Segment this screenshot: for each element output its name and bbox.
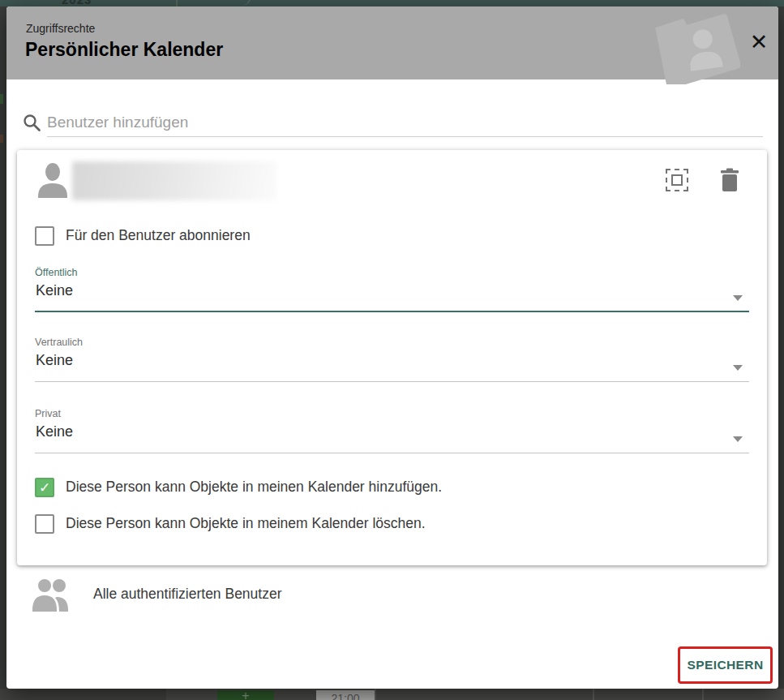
dropdown-private-value: Keine bbox=[36, 423, 73, 440]
delete-icon[interactable] bbox=[719, 167, 740, 193]
background-topbar-divider bbox=[176, 0, 178, 6]
background-time-label: 21:00 bbox=[316, 690, 375, 700]
can-add-checkbox[interactable]: ✓ bbox=[35, 478, 54, 497]
background-add-event-button: + bbox=[217, 690, 274, 700]
background-strip-segment bbox=[0, 689, 166, 700]
dropdown-public-value: Keine bbox=[36, 282, 73, 299]
background-column-divider bbox=[702, 689, 704, 700]
folder-user-watermark-icon bbox=[647, 10, 740, 84]
dropdown-underline bbox=[35, 453, 749, 453]
dropdown-private[interactable]: Privat Keine bbox=[35, 408, 749, 453]
screen: { "background": { "top_bar": { "year_tex… bbox=[0, 0, 784, 700]
subscribe-checkbox[interactable]: ✓ bbox=[35, 226, 54, 246]
background-artifact bbox=[0, 135, 3, 143]
subscribe-checkbox-label: Für den Benutzer abonnieren bbox=[66, 227, 251, 244]
all-users-label: Alle authentifizierten Benutzer bbox=[93, 586, 282, 603]
backdrop-left-edge bbox=[0, 6, 6, 689]
dropdown-private-label: Privat bbox=[35, 408, 61, 419]
dropdown-public-label: Öffentlich bbox=[35, 267, 78, 278]
dialog-eyebrow: Zugriffsrechte bbox=[26, 22, 95, 35]
chevron-down-icon bbox=[733, 295, 743, 301]
can-delete-checkbox[interactable]: ✓ bbox=[35, 514, 54, 534]
can-add-checkbox-label: Diese Person kann Objekte in meinen Kale… bbox=[66, 479, 442, 496]
search-icon bbox=[22, 113, 41, 132]
background-app-topbar: 2023 bbox=[0, 0, 784, 6]
dropdown-confidential-value: Keine bbox=[36, 352, 73, 369]
save-button-annotation-box: SPEICHERN bbox=[678, 646, 773, 684]
dropdown-public[interactable]: Öffentlich Keine bbox=[35, 267, 749, 312]
users-icon bbox=[32, 578, 75, 613]
can-delete-checkbox-label: Diese Person kann Objekte in meinem Kale… bbox=[66, 515, 426, 532]
close-icon[interactable]: ✕ bbox=[743, 26, 775, 58]
all-authenticated-users-row[interactable]: Alle authentifizierten Benutzer bbox=[32, 574, 438, 616]
user-icon bbox=[33, 161, 72, 200]
search-input[interactable] bbox=[47, 108, 763, 137]
chevron-down-icon bbox=[733, 436, 743, 442]
chevron-down-icon bbox=[733, 365, 743, 371]
dialog-title: Persönlicher Kalender bbox=[25, 39, 223, 61]
backdrop-right-edge bbox=[778, 6, 784, 689]
background-artifact bbox=[0, 94, 3, 104]
dropdown-confidential[interactable]: Vertraulich Keine bbox=[35, 337, 749, 382]
dropdown-underline bbox=[35, 311, 749, 312]
background-column-divider bbox=[593, 689, 594, 700]
background-calendar-strip: + 21:00 bbox=[0, 689, 784, 700]
select-all-inner-square bbox=[671, 174, 683, 186]
dropdown-confidential-label: Vertraulich bbox=[35, 337, 83, 348]
user-permissions-card: ✓ Für den Benutzer abonnieren Öffentlich… bbox=[17, 150, 767, 565]
background-year-label: 2023 bbox=[62, 0, 92, 6]
access-rights-dialog: Zugriffsrechte Persönlicher Kalender ✕ bbox=[6, 6, 778, 689]
add-user-search-row bbox=[22, 108, 763, 140]
background-column-divider bbox=[375, 689, 376, 700]
background-topbar-glyph bbox=[241, 0, 251, 6]
user-name-redacted bbox=[72, 161, 276, 200]
dialog-header: Zugriffsrechte Persönlicher Kalender ✕ bbox=[6, 6, 778, 79]
save-button[interactable]: SPEICHERN bbox=[680, 649, 770, 681]
dropdown-underline bbox=[35, 381, 749, 382]
select-all-icon[interactable] bbox=[666, 169, 690, 193]
